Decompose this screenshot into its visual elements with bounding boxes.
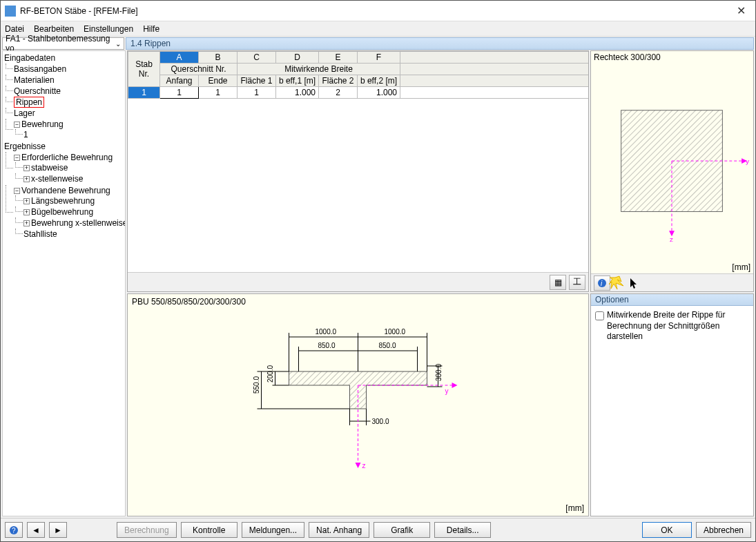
table-row[interactable]: 1 1 1 1 1.000 2 1.000 bbox=[128, 87, 589, 99]
tree-item-bewehrung[interactable]: −Bewehrung 1 bbox=[14, 119, 124, 141]
col-flaeche2[interactable]: Fläche 2 bbox=[319, 75, 358, 87]
tree-item-xstellenweise[interactable]: +x-stellenweise bbox=[23, 173, 124, 184]
cross-section-preview: Rechteck 300/300 y z [mm] bbox=[590, 50, 754, 292]
cell-beff1[interactable]: 1.000 bbox=[276, 87, 319, 99]
svg-text:z: z bbox=[670, 235, 673, 243]
effective-width-checkbox[interactable] bbox=[595, 311, 604, 320]
svg-text:550.0: 550.0 bbox=[253, 376, 260, 394]
window-title: RF-BETON Stäbe - [RFEM-File] bbox=[20, 6, 731, 16]
expand-icon: + bbox=[23, 220, 30, 226]
help-button[interactable]: ? bbox=[5, 522, 23, 538]
tree-item-rippen[interactable]: Rippen bbox=[14, 97, 124, 108]
calculation-button[interactable]: Berechnung bbox=[117, 522, 177, 538]
t-section-panel: PBU 550/850/850/200/300/300 1000.0 1000.… bbox=[127, 293, 589, 516]
collapse-icon: − bbox=[14, 155, 20, 161]
col-ende[interactable]: Ende bbox=[199, 75, 238, 87]
tree-item-lager[interactable]: Lager bbox=[14, 108, 124, 119]
case-dropdown[interactable]: FA1 - Stahlbetonbemessung vo ⌄ bbox=[2, 37, 124, 50]
cell-flaeche1[interactable]: 1 bbox=[238, 87, 276, 99]
col-group-querschnitt: Querschnitt Nr. bbox=[160, 64, 238, 75]
svg-text:200.0: 200.0 bbox=[266, 365, 274, 383]
app-icon bbox=[5, 6, 16, 17]
col-beff1[interactable]: b eff,1 [m] bbox=[276, 75, 319, 87]
collapse-icon: − bbox=[14, 122, 20, 128]
cross-section-info-button[interactable]: 工 bbox=[569, 275, 585, 290]
col-beff2[interactable]: b eff,2 [m] bbox=[358, 75, 400, 87]
svg-text:z: z bbox=[362, 462, 366, 470]
tree-item-buegel[interactable]: +Bügelbewehrung bbox=[23, 206, 124, 217]
tree-item-basisangaben[interactable]: Basisangaben bbox=[14, 64, 124, 75]
collapse-icon: − bbox=[14, 188, 20, 194]
col-letter-a[interactable]: A bbox=[160, 52, 199, 64]
svg-text:1000.0: 1000.0 bbox=[385, 328, 406, 336]
tree-item-querschnitte[interactable]: Querschnitte bbox=[14, 86, 124, 97]
preview-title: Rechteck 300/300 bbox=[591, 51, 753, 64]
highlight-star-icon bbox=[609, 274, 630, 292]
section-title: PBU 550/850/850/200/300/300 bbox=[128, 294, 588, 309]
options-header: Optionen bbox=[591, 294, 753, 306]
expand-icon: + bbox=[23, 209, 30, 215]
details-button[interactable]: Details... bbox=[434, 522, 491, 538]
info-button[interactable]: i bbox=[594, 275, 610, 291]
title-bar: RF-BETON Stäbe - [RFEM-File] ✕ bbox=[1, 1, 755, 21]
tree-item-stahlliste[interactable]: Stahlliste bbox=[23, 229, 124, 240]
navigator-tree[interactable]: Eingabedaten Basisangaben Materialien Qu… bbox=[2, 50, 126, 516]
col-letter-c[interactable]: C bbox=[238, 52, 276, 64]
col-letter-f[interactable]: F bbox=[358, 52, 400, 64]
svg-text:850.0: 850.0 bbox=[379, 342, 396, 349]
col-stab-nr: Stab Nr. bbox=[128, 52, 160, 87]
tree-item-bewehrung-1[interactable]: 1 bbox=[23, 129, 124, 140]
svg-text:y: y bbox=[445, 387, 449, 395]
col-letter-e[interactable]: E bbox=[319, 52, 358, 64]
tree-item-laengs[interactable]: +Längsbewehrung bbox=[23, 195, 124, 206]
tree-item-materialien[interactable]: Materialien bbox=[14, 75, 124, 86]
tree-item-stabweise[interactable]: +stabweise bbox=[23, 162, 124, 173]
next-table-button[interactable]: ► bbox=[49, 522, 67, 538]
svg-text:300.0: 300.0 bbox=[372, 418, 389, 425]
cell-flaeche2[interactable]: 2 bbox=[319, 87, 358, 99]
cell-row-nr[interactable]: 1 bbox=[128, 87, 160, 99]
effective-width-label[interactable]: Mitwirkende Breite der Rippe für Berechn… bbox=[607, 310, 749, 342]
expand-icon: + bbox=[23, 198, 30, 204]
col-letter-b[interactable]: B bbox=[199, 52, 238, 64]
cursor-icon bbox=[630, 278, 639, 289]
tree-item-bew-x[interactable]: +Bewehrung x-stellenweise bbox=[23, 217, 124, 229]
expand-icon: + bbox=[23, 165, 30, 171]
col-group-breite: Mitwirkende Breite bbox=[238, 64, 400, 75]
section-unit: [mm] bbox=[565, 503, 584, 513]
national-annex-button[interactable]: Nat. Anhang bbox=[309, 522, 369, 538]
page-heading: 1.4 Rippen bbox=[126, 37, 754, 50]
tree-heading-input: Eingabedaten bbox=[4, 52, 124, 64]
col-anfang[interactable]: Anfang bbox=[160, 75, 199, 87]
cross-section-library-button[interactable]: ▦ bbox=[550, 275, 566, 290]
cell-beff2[interactable]: 1.000 bbox=[358, 87, 400, 99]
prev-table-button[interactable]: ◄ bbox=[27, 522, 45, 538]
col-letter-d[interactable]: D bbox=[276, 52, 319, 64]
data-grid-panel: Stab Nr. A B C D E F Querschnitt Nr. Mit… bbox=[127, 50, 589, 292]
svg-text:300.0: 300.0 bbox=[435, 364, 443, 381]
cancel-button[interactable]: Abbrechen bbox=[696, 522, 751, 538]
cell-ende[interactable]: 1 bbox=[199, 87, 238, 99]
ok-button[interactable]: OK bbox=[642, 522, 692, 538]
graphic-button[interactable]: Grafik bbox=[374, 522, 430, 538]
cell-anfang[interactable]: 1 bbox=[160, 87, 199, 99]
preview-unit: [mm] bbox=[732, 262, 750, 272]
svg-text:1000.0: 1000.0 bbox=[316, 328, 337, 336]
tree-heading-results: Ergebnisse bbox=[4, 141, 124, 152]
col-flaeche1[interactable]: Fläche 1 bbox=[238, 75, 276, 87]
check-button[interactable]: Kontrolle bbox=[181, 522, 238, 538]
menu-help[interactable]: Hilfe bbox=[143, 24, 159, 34]
close-icon[interactable]: ✕ bbox=[731, 4, 751, 17]
expand-icon: + bbox=[23, 176, 30, 182]
menu-file[interactable]: Datei bbox=[5, 24, 24, 34]
svg-text:850.0: 850.0 bbox=[318, 342, 336, 349]
svg-text:?: ? bbox=[12, 527, 16, 534]
options-panel: Optionen Mitwirkende Breite der Rippe fü… bbox=[590, 293, 754, 516]
ribs-table[interactable]: Stab Nr. A B C D E F Querschnitt Nr. Mit… bbox=[128, 51, 588, 99]
menu-edit[interactable]: Bearbeiten bbox=[34, 24, 74, 34]
chevron-down-icon: ⌄ bbox=[115, 40, 121, 48]
tree-item-existing-reinf[interactable]: −Vorhandene Bewehrung +Längsbewehrung +B… bbox=[14, 185, 124, 240]
menu-settings[interactable]: Einstellungen bbox=[84, 24, 133, 34]
messages-button[interactable]: Meldungen... bbox=[242, 522, 304, 538]
tree-item-required-reinf[interactable]: −Erforderliche Bewehrung +stabweise +x-s… bbox=[14, 152, 124, 185]
